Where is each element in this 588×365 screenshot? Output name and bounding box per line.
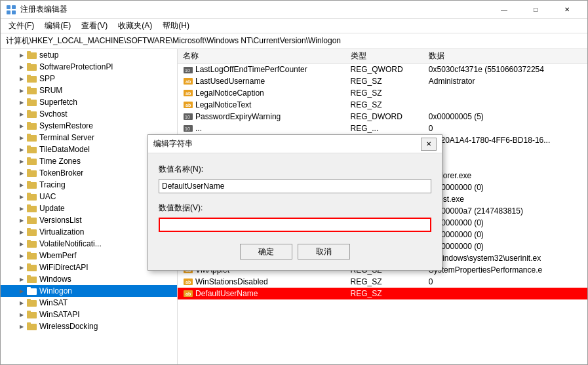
tree-item-label: Virtualization [39,227,84,237]
tree-expand-icon[interactable]: ▶ [16,132,27,143]
table-row[interactable]: abLegalNoticeCaptionREG_SZ [178,87,587,99]
tree-expand-icon[interactable]: ▶ [16,203,27,214]
tree-expand-icon[interactable]: ▶ [16,62,27,72]
tree-expand-icon[interactable]: ▶ [16,168,27,178]
tree-expand-icon[interactable]: ▶ [16,274,27,284]
tree-expand-icon[interactable]: ▶ [16,85,27,96]
cell-type: REG_SZ [345,87,423,99]
col-name: 名称 [178,49,345,64]
tree-expand-icon[interactable]: ▶ [16,215,27,225]
tree-item[interactable]: ▶ WinSATAPI [1,309,177,320]
cell-name: abDefaultUserName [178,288,345,299]
svg-rect-35 [27,228,31,231]
svg-text:ab: ab [186,292,191,296]
table-row[interactable]: abDefaultUserNameREG_SZ [178,288,587,299]
data-input[interactable] [159,218,431,232]
svg-rect-29 [27,193,31,195]
ok-button[interactable]: 确定 [240,244,292,259]
menu-help[interactable]: 帮助(H) [157,19,195,33]
dialog-close-button[interactable]: ✕ [421,138,437,151]
folder-icon [27,168,37,178]
svg-rect-51 [27,322,31,325]
cell-name: 10... [178,123,345,134]
maximize-button[interactable]: □ [520,1,551,19]
tree-item[interactable]: ▶ WinSAT [1,297,177,309]
menu-view[interactable]: 查看(V) [76,19,113,33]
minimize-button[interactable]: — [489,1,519,19]
tree-expand-icon[interactable]: ▶ [16,180,27,190]
tree-expand-icon[interactable]: ▶ [16,298,27,308]
tree-item-label: Time Zones [39,157,81,166]
tree-expand-icon[interactable]: ▶ [16,191,27,202]
cell-data: 0 [423,276,587,288]
tree-expand-icon[interactable]: ▶ [16,50,27,60]
tree-expand-icon[interactable]: ▶ [16,309,27,320]
cell-data: 0x00000000 (0) [423,217,587,229]
tree-item-label: WbemPerf [39,251,77,260]
tree-item[interactable]: ▶ SoftwareProtectionPl [1,61,177,73]
svg-rect-3 [12,10,16,14]
svg-rect-43 [27,275,31,278]
name-input[interactable] [159,179,431,193]
folder-icon [27,239,37,248]
tree-item[interactable]: ▶ setup [1,49,177,61]
cell-data: 0x00000000 (0) [423,182,587,193]
tree-item-label: TileDataModel [39,145,90,154]
menu-edit[interactable]: 编辑(E) [39,19,76,33]
close-button[interactable]: ✕ [552,1,582,19]
cell-type: REG_SZ [345,276,423,288]
menu-favorites[interactable]: 收藏夹(A) [113,19,157,33]
tree-expand-icon[interactable]: ▶ [16,121,27,131]
tree-expand-icon[interactable]: ▶ [16,97,27,107]
table-row[interactable]: abLegalNoticeTextREG_SZ [178,99,587,111]
name-label: 数值名称(N): [159,164,431,175]
string-icon: ab [183,89,193,97]
edit-string-dialog[interactable]: 编辑字符串 ✕ 数值名称(N): 数值数据(V): 确定 取消 [147,134,442,271]
tree-expand-icon[interactable]: ▶ [16,321,27,332]
menu-bar: 文件(F) 编辑(E) 查看(V) 收藏夹(A) 帮助(H) [1,19,587,33]
tree-expand-icon[interactable]: ▶ [16,250,27,261]
table-row[interactable]: abLastUsedUsernameREG_SZAdministrator [178,75,587,87]
svg-rect-37 [27,240,31,242]
tree-expand-icon[interactable]: ▶ [16,286,27,296]
cell-data: 0x00000005 (5) [423,111,587,123]
svg-text:10: 10 [185,115,190,119]
table-row[interactable]: 10PasswordExpiryWarningREG_DWORD0x000000… [178,111,587,123]
tree-item[interactable]: ▶ SPP [1,73,177,85]
tree-item[interactable]: ▶ SystemRestore [1,120,177,132]
tree-item-label: SRUM [39,86,62,95]
tree-item[interactable]: ▶ Windows [1,273,177,285]
tree-expand-icon[interactable]: ▶ [16,109,27,119]
tree-expand-icon[interactable]: ▶ [16,239,27,249]
tree-item[interactable]: ▶ WirelessDocking [1,320,177,332]
folder-icon [27,157,37,166]
binary-icon: 10 [183,113,193,121]
title-bar-text: 注册表编辑器 [20,4,489,15]
tree-item-label: Tracing [39,180,66,189]
tree-expand-icon[interactable]: ▶ [16,262,27,273]
svg-text:ab: ab [186,280,191,284]
tree-expand-icon[interactable]: ▶ [16,156,27,166]
cell-data: SystemPropertiesPerformance.e [423,264,587,276]
table-row[interactable]: 10LastLogOffEndTimePerfCounterREG_QWORD0… [178,64,587,75]
folder-icon [27,109,37,119]
tree-item[interactable]: ▶ SRUM [1,85,177,96]
table-row[interactable]: abWinStationsDisabledREG_SZ0 [178,276,587,288]
tree-item[interactable]: ▶ Svchost [1,108,177,120]
tree-item[interactable]: ▶ Winlogon [1,285,177,297]
folder-icon [27,275,37,284]
table-row[interactable]: 10...REG_...0 [178,123,587,134]
tree-expand-icon[interactable]: ▶ [16,73,27,84]
folder-icon [27,86,37,95]
binary-icon: 10 [183,125,193,132]
tree-expand-icon[interactable]: ▶ [16,227,27,237]
svg-rect-39 [27,252,31,254]
cell-data: sihost.exe [423,193,587,205]
tree-item[interactable]: ▶ Superfetch [1,96,177,108]
folder-icon [27,74,37,83]
cell-type: REG_QWORD [345,64,423,75]
tree-expand-icon[interactable]: ▶ [16,144,27,155]
svg-text:10: 10 [185,126,190,131]
cancel-button[interactable]: 取消 [298,244,350,259]
menu-file[interactable]: 文件(F) [3,19,39,33]
